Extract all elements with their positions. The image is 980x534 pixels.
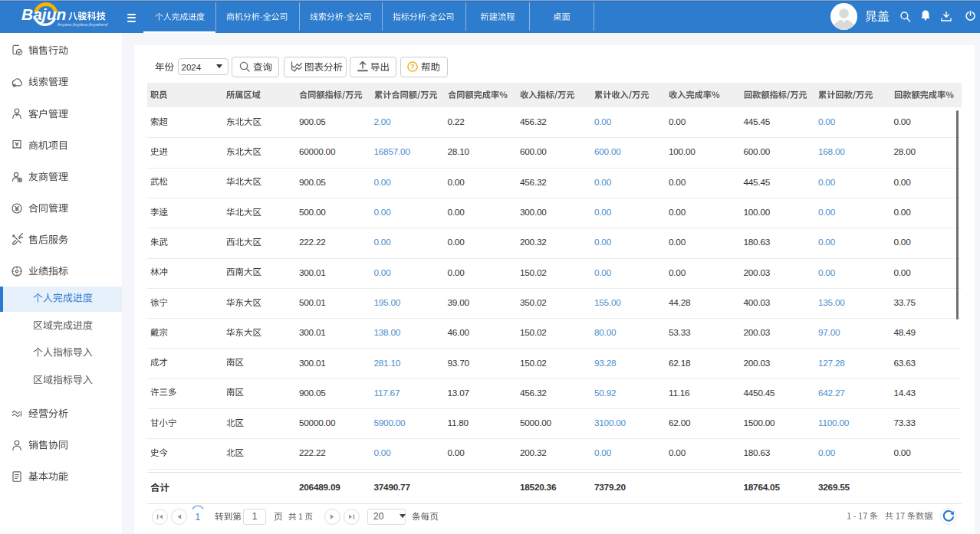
svg-text:?: ? — [410, 62, 415, 70]
